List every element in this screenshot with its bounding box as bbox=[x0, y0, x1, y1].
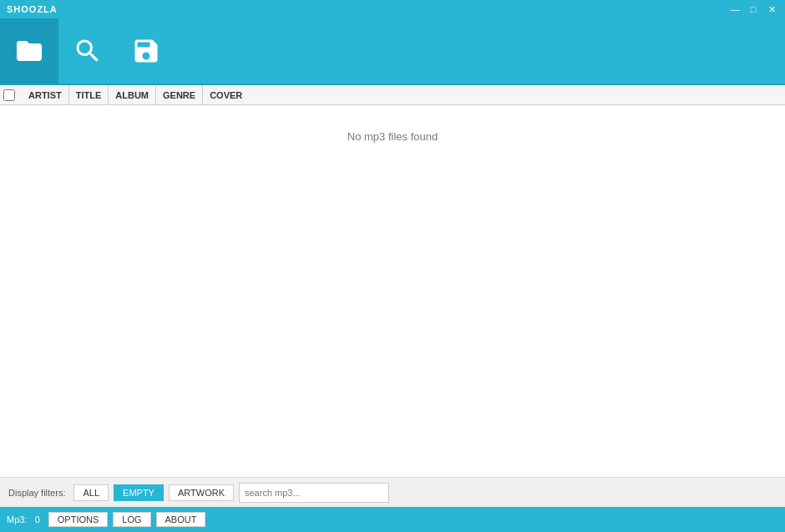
filter-label: Display filters: bbox=[8, 488, 65, 498]
search-icon bbox=[73, 36, 103, 66]
col-title[interactable]: TITLE bbox=[69, 85, 109, 104]
empty-message: No mp3 files found bbox=[347, 130, 438, 143]
column-headers: ARTIST TITLE ALBUM GENRE COVER bbox=[0, 85, 785, 105]
app-title: SHOOZLA bbox=[7, 4, 58, 14]
filter-all-button[interactable]: ALL bbox=[73, 484, 109, 501]
status-bar: Mp3: 0 OPTIONS LOG ABOUT bbox=[0, 507, 785, 532]
folder-icon bbox=[14, 36, 44, 66]
close-button[interactable]: ✕ bbox=[765, 5, 778, 14]
filter-bar: Display filters: ALL EMPTY ARTWORK bbox=[0, 477, 785, 507]
search-input[interactable] bbox=[239, 483, 389, 503]
save-button[interactable] bbox=[117, 18, 175, 84]
maximize-button[interactable]: □ bbox=[747, 5, 760, 14]
main-content: No mp3 files found bbox=[0, 105, 785, 477]
window-controls: — □ ✕ bbox=[728, 5, 778, 14]
about-button[interactable]: ABOUT bbox=[156, 512, 206, 527]
minimize-button[interactable]: — bbox=[728, 5, 742, 14]
toolbar bbox=[0, 18, 785, 85]
mp3-count: Mp3: 0 bbox=[7, 514, 40, 524]
col-album[interactable]: ALBUM bbox=[109, 85, 156, 104]
col-artist[interactable]: ARTIST bbox=[22, 85, 69, 104]
title-bar: SHOOZLA — □ ✕ bbox=[0, 0, 785, 18]
open-folder-button[interactable] bbox=[0, 18, 58, 84]
log-button[interactable]: LOG bbox=[113, 512, 150, 527]
col-cover[interactable]: COVER bbox=[203, 85, 249, 104]
save-icon bbox=[131, 36, 161, 66]
select-all-checkbox[interactable] bbox=[3, 89, 15, 101]
col-genre[interactable]: GENRE bbox=[156, 85, 203, 104]
filter-empty-button[interactable]: EMPTY bbox=[114, 484, 164, 501]
filter-artwork-button[interactable]: ARTWORK bbox=[169, 484, 234, 501]
search-button[interactable] bbox=[58, 18, 117, 84]
options-button[interactable]: OPTIONS bbox=[48, 512, 109, 527]
